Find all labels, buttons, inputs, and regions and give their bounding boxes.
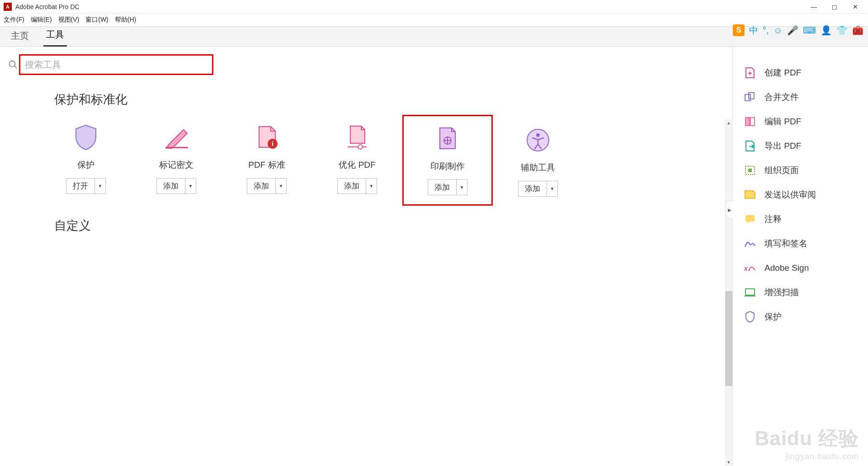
- right-pane: ▶ 创建 PDF 合并文件 编辑 PDF 导出 PDF 组织页面 发送以供审阅 …: [732, 47, 868, 466]
- ime-logo-icon[interactable]: S: [733, 24, 745, 36]
- svg-text:i: i: [272, 140, 274, 147]
- rp-label: 创建 PDF: [764, 67, 801, 79]
- rp-protect[interactable]: 保护: [744, 305, 868, 329]
- watermark: Baidu 经验 jingyan.baidu.com: [755, 425, 859, 461]
- tool-pdfstd[interactable]: i PDF 标准 添加 ▼: [222, 115, 312, 206]
- center-pane: 保护和标准化 保护 打开 ▼ 标记密文 添加: [0, 47, 732, 466]
- right-pane-collapse[interactable]: ▶: [726, 201, 733, 219]
- svg-rect-18: [745, 215, 755, 221]
- menu-view[interactable]: 视图(V): [58, 16, 80, 24]
- ime-skin-icon[interactable]: 👕: [836, 25, 848, 36]
- scroll-thumb[interactable]: [725, 291, 732, 386]
- rp-organize[interactable]: 组织页面: [744, 158, 868, 183]
- svg-rect-15: [750, 118, 755, 126]
- ime-mic-icon[interactable]: 🎤: [787, 25, 798, 36]
- svg-point-0: [9, 61, 15, 67]
- export-pdf-icon: [744, 140, 756, 152]
- create-pdf-icon: [744, 66, 756, 79]
- rp-create-pdf[interactable]: 创建 PDF: [744, 61, 868, 85]
- rp-label: 保护: [764, 311, 782, 323]
- fill-sign-icon: [744, 237, 756, 250]
- svg-rect-12: [745, 94, 750, 101]
- rp-export[interactable]: 导出 PDF: [744, 134, 868, 158]
- tool-protect[interactable]: 保护 打开 ▼: [41, 115, 131, 206]
- rp-label: 增强扫描: [764, 287, 799, 298]
- svg-point-6: [358, 145, 363, 149]
- tool-access-button[interactable]: 添加: [518, 181, 547, 197]
- rp-comment[interactable]: 注释: [744, 207, 868, 231]
- scroll-down-icon[interactable]: ▼: [725, 459, 732, 466]
- ime-toolbox-icon[interactable]: 🧰: [852, 25, 863, 36]
- ime-emoji-icon[interactable]: ☺: [774, 25, 783, 36]
- search-icon: [7, 59, 19, 71]
- rp-combine[interactable]: 合并文件: [744, 85, 868, 109]
- tab-tools[interactable]: 工具: [43, 24, 67, 47]
- comment-icon: [744, 213, 756, 226]
- rp-label: 发送以供审阅: [764, 189, 816, 201]
- rp-label: 合并文件: [764, 91, 799, 103]
- menu-window[interactable]: 窗口(W): [85, 16, 108, 24]
- tool-redact-caret[interactable]: ▼: [185, 178, 196, 194]
- rp-label: 注释: [764, 213, 782, 225]
- rp-edit[interactable]: 编辑 PDF: [744, 109, 868, 134]
- section-protect-title: 保护和标准化: [54, 91, 732, 108]
- accessibility-icon: [524, 127, 552, 154]
- tool-protect-caret[interactable]: ▼: [95, 178, 106, 194]
- svg-rect-17: [748, 169, 752, 172]
- minimize-button[interactable]: —: [809, 3, 818, 10]
- tool-print-production[interactable]: 印刷制作 添加 ▼: [402, 115, 493, 206]
- svg-rect-20: [745, 289, 755, 295]
- tool-pdfstd-caret[interactable]: ▼: [276, 178, 287, 194]
- svg-rect-14: [745, 118, 750, 126]
- organize-icon: [744, 164, 756, 177]
- shield-small-icon: [744, 311, 756, 323]
- search-box-highlight: [19, 54, 213, 75]
- rp-adobesign[interactable]: x Adobe Sign: [744, 256, 868, 280]
- tool-pdfstd-label: PDF 标准: [248, 159, 285, 171]
- rp-scan[interactable]: 增强扫描: [744, 280, 868, 305]
- tool-accessibility[interactable]: 辅助工具 添加 ▼: [493, 118, 583, 206]
- tool-pdfstd-button[interactable]: 添加: [247, 178, 276, 194]
- adobe-sign-icon: x: [744, 262, 756, 274]
- search-input[interactable]: [25, 60, 208, 70]
- menu-file[interactable]: 文件(F): [4, 16, 24, 24]
- ime-keyboard-icon[interactable]: ⌨: [803, 25, 816, 36]
- tool-optimize-button[interactable]: 添加: [337, 178, 366, 194]
- redact-pen-icon: [163, 124, 190, 151]
- rp-label: 填写和签名: [764, 238, 807, 249]
- tool-print-label: 印刷制作: [430, 160, 465, 172]
- menu-edit[interactable]: 编辑(E): [31, 16, 52, 24]
- rp-label: 组织页面: [764, 165, 799, 176]
- svg-rect-13: [749, 93, 754, 99]
- edit-pdf-icon: [744, 115, 756, 128]
- rp-label: 编辑 PDF: [764, 116, 801, 127]
- rp-review[interactable]: 发送以供审阅: [744, 183, 868, 207]
- maximize-button[interactable]: ◻: [830, 3, 839, 10]
- tool-access-label: 辅助工具: [521, 162, 555, 174]
- tool-redact[interactable]: 标记密文 添加 ▼: [131, 115, 222, 206]
- tool-access-caret[interactable]: ▼: [547, 181, 558, 197]
- tool-optimize[interactable]: 优化 PDF 添加 ▼: [312, 115, 402, 206]
- tool-protect-label: 保护: [77, 159, 94, 171]
- scrollbar[interactable]: ▲ ▼: [725, 119, 732, 466]
- scroll-up-icon[interactable]: ▲: [725, 119, 732, 127]
- ime-user-icon[interactable]: 👤: [821, 25, 832, 36]
- tool-protect-button[interactable]: 打开: [66, 178, 95, 194]
- tool-redact-label: 标记密文: [159, 159, 193, 171]
- tool-print-caret[interactable]: ▼: [457, 179, 467, 195]
- rp-fillsign[interactable]: 填写和签名: [744, 231, 868, 256]
- tab-home[interactable]: 主页: [8, 25, 32, 47]
- tool-optimize-caret[interactable]: ▼: [366, 178, 377, 194]
- app-title: Adobe Acrobat Pro DC: [15, 3, 809, 10]
- close-button[interactable]: ✕: [851, 3, 860, 10]
- print-production-icon: [434, 125, 461, 152]
- svg-rect-2: [165, 147, 188, 148]
- watermark-sub: jingyan.baidu.com: [755, 452, 859, 461]
- tool-redact-button[interactable]: 添加: [156, 178, 185, 194]
- ime-lang[interactable]: 中: [749, 24, 758, 37]
- section-custom-title: 自定义: [54, 217, 732, 234]
- menu-help[interactable]: 帮助(H): [115, 16, 136, 24]
- combine-icon: [744, 91, 756, 104]
- tool-print-button[interactable]: 添加: [428, 179, 457, 195]
- ime-punct-icon[interactable]: °,: [763, 25, 769, 36]
